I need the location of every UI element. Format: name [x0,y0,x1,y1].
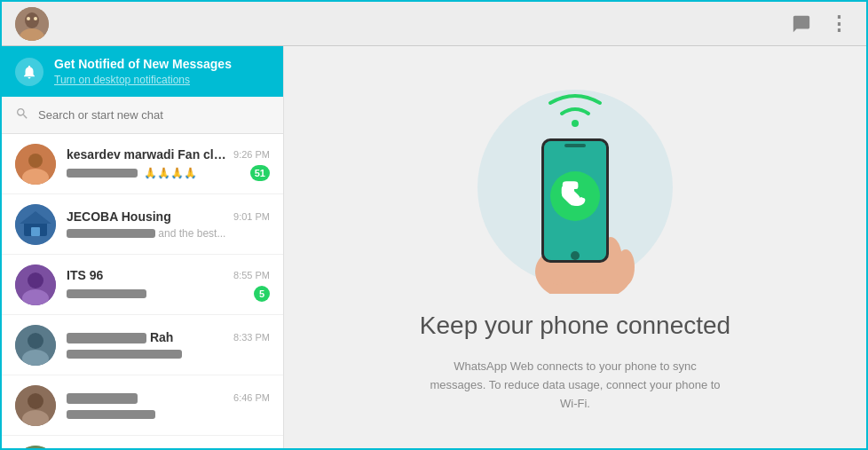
svg-rect-35 [564,144,586,147]
chat-footer: 🙏🙏🙏🙏 51 [67,165,270,181]
menu-icon[interactable]: ⋮ [825,10,853,38]
svg-point-30 [617,249,635,285]
chat-content: 6:46 PM [67,391,270,421]
chat-header: kesardev marwadi Fan club 9:26 PM [67,147,270,162]
new-chat-icon[interactable] [787,10,816,38]
svg-point-36 [571,251,580,260]
svg-point-16 [28,333,43,349]
svg-point-19 [28,393,43,409]
chat-avatar [15,446,56,449]
chat-footer [67,348,270,360]
chat-avatar [15,325,56,366]
chat-item[interactable]: 5:39 PM [2,436,283,448]
chat-time: 8:55 PM [233,270,270,280]
chat-header: ITS 96 8:55 PM [67,268,270,282]
chat-name: Rah [67,330,173,344]
right-panel: Keep your phone connected WhatsApp Web c… [284,46,866,448]
chat-avatar [15,264,56,305]
chat-name: kesardev marwadi Fan club [67,147,226,162]
chat-time: 9:26 PM [233,149,270,160]
chat-list: kesardev marwadi Fan club 9:26 PM 🙏🙏🙏🙏 5… [2,134,283,448]
chat-avatar [15,204,56,245]
chat-preview [67,348,270,360]
svg-point-3 [27,17,30,20]
chat-time: 9:01 PM [233,211,270,222]
svg-point-4 [34,17,37,20]
chat-content: kesardev marwadi Fan club 9:26 PM 🙏🙏🙏🙏 5… [67,147,270,181]
svg-point-1 [25,12,39,28]
phone-illustration [460,81,690,294]
chat-item[interactable]: 6:46 PM [2,375,283,436]
chat-avatar [15,385,56,426]
search-input[interactable] [38,108,270,122]
notification-banner[interactable]: Get Notified of New Messages Turn on des… [2,46,283,97]
svg-point-13 [28,272,43,288]
chat-content: JECOBA Housing 9:01 PM and the best... [67,209,270,240]
welcome-title: Keep your phone connected [420,312,730,340]
chat-name: ITS 96 [67,268,103,282]
svg-rect-11 [31,227,40,236]
top-bar: ⋮ [2,2,866,46]
chat-content: ITS 96 8:55 PM 5 [67,268,270,302]
chat-name [67,391,138,405]
svg-point-6 [28,154,43,168]
chat-preview [67,408,270,421]
svg-point-21 [15,446,56,449]
chat-preview: 🙏🙏🙏🙏 [67,167,243,179]
search-icon [15,107,29,124]
search-bar [2,97,283,134]
chat-avatar [15,144,56,185]
chat-header: JECOBA Housing 9:01 PM [67,209,270,224]
chat-footer [67,408,270,421]
chat-badge: 5 [254,286,270,302]
notification-title: Get Notified of New Messages [54,57,232,71]
chat-content: Rah 8:33 PM [67,330,270,360]
notification-link[interactable]: Turn on desktop notifications [54,74,232,86]
chat-footer: and the best... [67,227,270,240]
notification-bell-icon [15,58,43,86]
sidebar: Get Notified of New Messages Turn on des… [2,46,284,448]
chat-time: 6:46 PM [233,392,270,403]
welcome-description: WhatsApp Web connects to your phone to s… [424,358,726,413]
chat-badge: 51 [250,165,270,181]
chat-item[interactable]: Rah 8:33 PM [2,315,283,375]
chat-item[interactable]: kesardev marwadi Fan club 9:26 PM 🙏🙏🙏🙏 5… [2,134,283,194]
chat-time: 8:33 PM [233,332,270,343]
chat-header: Rah 8:33 PM [67,330,270,344]
chat-item[interactable]: JECOBA Housing 9:01 PM and the best... [2,194,283,255]
chat-footer: 5 [67,286,270,302]
chat-preview: and the best... [67,227,270,240]
chat-name: JECOBA Housing [67,209,171,224]
chat-item[interactable]: ITS 96 8:55 PM 5 [2,255,283,315]
main-content: Get Notified of New Messages Turn on des… [2,46,866,448]
chat-preview [67,288,247,300]
user-avatar[interactable] [15,7,49,41]
notification-text: Get Notified of New Messages Turn on des… [54,57,232,86]
chat-header: 6:46 PM [67,391,270,405]
